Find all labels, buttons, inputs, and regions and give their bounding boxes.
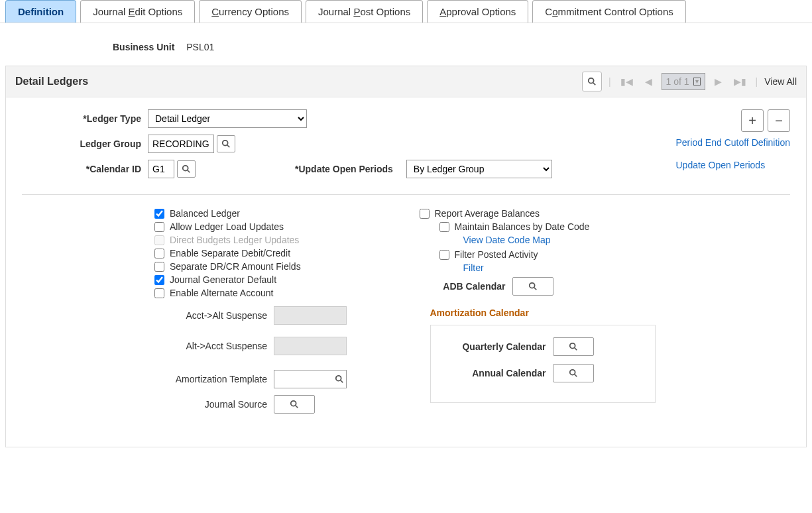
plus-icon: +	[748, 113, 756, 129]
search-icon	[335, 374, 344, 384]
svg-line-5	[188, 170, 190, 173]
period-end-cutoff-link[interactable]: Period End Cutoff Definition	[675, 137, 790, 148]
report-average-balances-checkbox[interactable]	[420, 209, 430, 219]
balanced-ledger-checkbox[interactable]	[154, 209, 164, 219]
search-icon	[182, 164, 191, 174]
section-title: Detail Ledgers	[15, 76, 88, 87]
ledger-group-input[interactable]	[148, 135, 214, 153]
tab-journal-edit-options[interactable]: Journal Edit Options	[80, 0, 195, 23]
row-position-select[interactable]: 1 of 1 ▾	[662, 73, 705, 90]
ledger-type-select[interactable]: Detail Ledger	[148, 109, 307, 128]
update-open-periods-label: *Update Open Periods	[295, 164, 400, 174]
allow-ledger-load-checkbox[interactable]	[154, 222, 164, 232]
view-date-code-map-link[interactable]: View Date Code Map	[463, 235, 551, 245]
search-icon	[290, 400, 299, 409]
enable-separate-drcr-checkbox[interactable]	[154, 249, 164, 258]
separator: |	[609, 76, 611, 87]
svg-point-10	[529, 283, 534, 288]
direct-budgets-checkbox	[154, 235, 164, 245]
enable-alternate-account-checkbox[interactable]	[154, 288, 164, 298]
journal-source-lookup[interactable]	[274, 395, 315, 414]
svg-point-14	[569, 370, 575, 375]
svg-line-15	[574, 374, 577, 377]
grid-navigation: | ▮◀ ◀ 1 of 1 ▾ ▶ ▶▮ | View All	[582, 72, 797, 91]
section-body: + − *Ledger Type Detail Ledger Ledger Gr…	[6, 97, 806, 447]
tab-label: Definition	[18, 6, 64, 17]
journal-source-label: Journal Source	[22, 399, 274, 410]
delete-row-button[interactable]: −	[768, 109, 790, 132]
prev-row-icon[interactable]: ◀	[642, 76, 655, 87]
separate-drcr-amount-label: Separate DR/CR Amount Fields	[170, 261, 301, 272]
svg-line-1	[593, 83, 596, 86]
svg-line-7	[341, 380, 343, 383]
svg-line-11	[534, 288, 536, 290]
next-row-icon[interactable]: ▶	[712, 76, 725, 87]
tab-definition[interactable]: Definition	[5, 0, 76, 23]
search-icon	[569, 369, 578, 378]
ledger-group-label: Ledger Group	[22, 139, 148, 149]
tab-strip: Definition Journal Edit Options Currency…	[0, 0, 812, 23]
last-row-icon[interactable]: ▶▮	[731, 76, 749, 87]
minus-icon: −	[775, 113, 783, 129]
calendar-id-lookup[interactable]	[177, 160, 196, 178]
tab-label-accel: A	[439, 6, 446, 17]
chevron-down-icon: ▾	[693, 78, 701, 86]
first-row-icon[interactable]: ▮◀	[618, 76, 636, 87]
maintain-balances-date-code-label: Maintain Balances by Date Code	[455, 221, 590, 232]
section-header: Detail Ledgers | ▮◀ ◀ 1 of 1 ▾ ▶ ▶▮ | Vi…	[6, 66, 806, 97]
adb-calendar-label: ADB Calendar	[420, 281, 512, 292]
filter-posted-activity-checkbox[interactable]	[439, 250, 449, 260]
allow-ledger-load-label: Allow Ledger Load Updates	[170, 221, 284, 232]
ledger-group-lookup[interactable]	[217, 135, 235, 152]
quarterly-calendar-lookup[interactable]	[553, 337, 594, 356]
right-column: Report Average Balances Maintain Balance…	[420, 205, 791, 420]
annual-calendar-lookup[interactable]	[553, 364, 594, 382]
update-open-periods-link[interactable]: Update Open Periods	[675, 160, 790, 170]
journal-generator-default-checkbox[interactable]	[154, 275, 164, 285]
acct-alt-suspense-input	[274, 306, 347, 325]
tab-label-post: dit Options	[135, 6, 183, 17]
svg-point-8	[291, 401, 296, 406]
annual-calendar-label: Annual Calendar	[447, 368, 553, 378]
tab-approval-options[interactable]: Approval Options	[427, 0, 528, 23]
filter-posted-activity-label: Filter Posted Activity	[455, 249, 538, 260]
maintain-balances-date-code-checkbox[interactable]	[439, 222, 449, 232]
journal-generator-default-label: Journal Generator Default	[170, 274, 276, 285]
separate-drcr-amount-checkbox[interactable]	[154, 262, 164, 272]
update-open-periods-select[interactable]: By Ledger Group	[406, 160, 552, 178]
search-icon	[221, 139, 231, 148]
tab-label-accel: C	[211, 6, 219, 17]
divider	[22, 194, 790, 195]
svg-line-9	[296, 406, 298, 408]
svg-point-4	[183, 166, 188, 171]
view-all-link[interactable]: View All	[764, 76, 797, 87]
detail-ledgers-section: Detail Ledgers | ▮◀ ◀ 1 of 1 ▾ ▶ ▶▮ | Vi…	[5, 66, 807, 447]
tab-label-pre: C	[545, 6, 552, 17]
add-row-button[interactable]: +	[741, 109, 764, 132]
left-column: Balanced Ledger Allow Ledger Load Update…	[22, 205, 393, 420]
direct-budgets-label: Direct Budgets Ledger Updates	[170, 235, 299, 245]
tab-journal-post-options[interactable]: Journal Post Options	[306, 0, 423, 23]
find-button[interactable]	[582, 72, 602, 91]
tab-currency-options[interactable]: Currency Options	[199, 0, 302, 23]
tab-label-pre: Journal	[318, 6, 353, 17]
tab-label-accel: E	[129, 6, 135, 17]
amortization-calendar-title: Amortization Calendar	[430, 308, 791, 318]
svg-point-12	[569, 343, 575, 349]
svg-point-0	[589, 78, 594, 84]
search-icon	[569, 342, 578, 351]
amortization-template-lookup[interactable]	[331, 370, 348, 388]
svg-line-13	[574, 348, 577, 351]
tab-commitment-control-options[interactable]: Commitment Control Options	[532, 0, 685, 23]
calendar-id-input[interactable]	[148, 160, 174, 178]
enable-alternate-account-label: Enable Alternate Account	[170, 288, 273, 298]
balanced-ledger-label: Balanced Ledger	[170, 208, 240, 219]
row-position-value: 1 of 1	[666, 76, 689, 87]
search-icon	[587, 77, 597, 86]
tab-label-accel: P	[353, 6, 360, 17]
tab-label-pre: Journal	[93, 6, 128, 17]
calendar-id-label: *Calendar ID	[22, 164, 148, 174]
adb-calendar-lookup[interactable]	[512, 277, 553, 296]
filter-link[interactable]: Filter	[463, 262, 484, 273]
acct-alt-suspense-label: Acct->Alt Suspense	[22, 310, 274, 321]
